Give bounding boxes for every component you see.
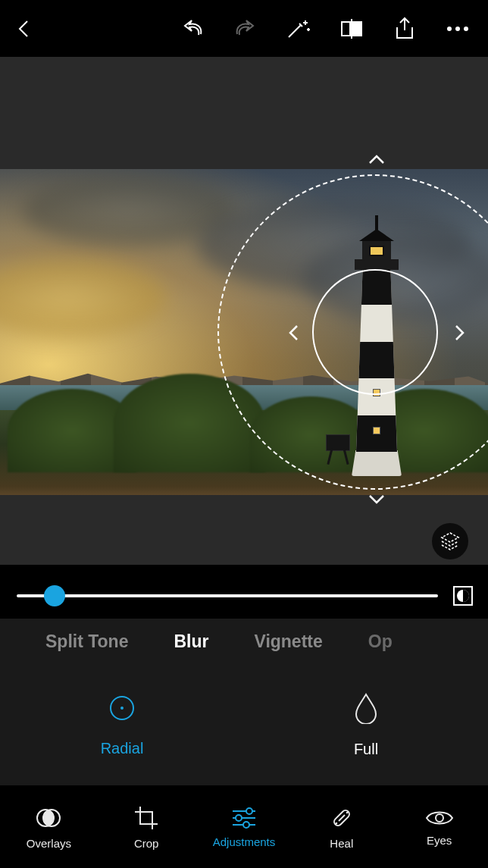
svg-point-22 — [346, 811, 348, 813]
top-toolbar — [0, 0, 488, 57]
undo-button[interactable] — [177, 14, 208, 44]
more-button[interactable] — [443, 14, 473, 44]
blur-type-label: Full — [354, 741, 378, 758]
radial-handle-right[interactable] — [455, 324, 465, 344]
nav-eyes[interactable]: Eyes — [390, 786, 488, 868]
slider-thumb[interactable] — [44, 585, 65, 606]
chevron-up-icon — [368, 154, 385, 165]
svg-point-5 — [464, 27, 468, 31]
adjustment-tab-vignette[interactable]: Vignette — [231, 631, 345, 652]
drop-icon — [353, 692, 379, 724]
svg-point-18 — [243, 822, 249, 828]
share-button[interactable] — [389, 14, 420, 44]
layers-icon — [440, 531, 461, 552]
redo-button[interactable] — [230, 14, 261, 44]
auto-enhance-icon — [286, 17, 311, 40]
nav-label: Crop — [134, 837, 159, 850]
nav-label: Overlays — [27, 837, 71, 850]
back-button[interactable] — [9, 14, 39, 44]
svg-point-14 — [246, 808, 252, 814]
redo-icon — [233, 19, 258, 39]
compare-icon — [339, 18, 364, 39]
svg-point-3 — [447, 27, 452, 31]
blur-type-full[interactable]: Full — [244, 664, 488, 785]
svg-point-23 — [436, 814, 443, 822]
nav-label: Heal — [330, 837, 353, 850]
nav-crop[interactable]: Crop — [98, 786, 196, 868]
radial-icon — [107, 693, 137, 723]
nav-label: Eyes — [427, 834, 452, 847]
chevron-right-icon — [455, 324, 465, 341]
svg-rect-1 — [353, 22, 361, 36]
heal-icon — [329, 805, 355, 831]
radial-handle-up[interactable] — [368, 154, 385, 168]
adjustment-tab-blur[interactable]: Blur — [151, 631, 231, 652]
chevron-left-icon — [288, 324, 299, 341]
nav-overlays[interactable]: Overlays — [0, 786, 98, 868]
svg-rect-0 — [342, 22, 350, 36]
back-icon — [17, 18, 32, 39]
crop-icon — [133, 805, 159, 831]
share-icon — [394, 17, 415, 41]
undo-icon — [180, 19, 205, 39]
bottom-nav: Overlays Crop Adjustments Heal Eyes — [0, 786, 488, 868]
adjustment-tab-next-edge[interactable]: Op — [346, 631, 393, 652]
invert-icon — [452, 585, 474, 606]
svg-point-4 — [455, 27, 460, 31]
svg-point-21 — [335, 822, 337, 824]
svg-point-16 — [236, 815, 242, 821]
blur-type-label: Radial — [101, 740, 144, 757]
svg-point-10 — [120, 707, 124, 710]
blur-amount-slider[interactable] — [17, 594, 438, 597]
layers-button[interactable] — [432, 523, 468, 559]
chevron-down-icon — [368, 494, 385, 505]
svg-marker-6 — [442, 533, 458, 542]
eyes-icon — [425, 808, 454, 828]
radial-inner-ring[interactable] — [312, 269, 438, 395]
radial-handle-down[interactable] — [368, 494, 385, 508]
adjustment-tab-split-tone[interactable]: Split Tone — [23, 631, 151, 652]
radial-handle-left[interactable] — [288, 324, 299, 344]
adjustments-icon — [231, 807, 257, 829]
nav-label: Adjustments — [213, 835, 276, 848]
overlays-icon — [36, 805, 61, 831]
compare-button[interactable] — [336, 14, 367, 44]
more-icon — [446, 26, 469, 32]
auto-enhance-button[interactable] — [283, 14, 314, 44]
blur-type-radial[interactable]: Radial — [0, 664, 244, 785]
adjustment-tabs: Split Tone Blur Vignette Op — [0, 619, 488, 664]
nav-adjustments[interactable]: Adjustments — [196, 786, 293, 868]
svg-line-20 — [339, 815, 345, 821]
blur-type-options: Radial Full — [0, 664, 488, 785]
blur-amount-row — [0, 573, 488, 619]
invert-mask-button[interactable] — [452, 584, 474, 607]
nav-heal[interactable]: Heal — [292, 786, 390, 868]
